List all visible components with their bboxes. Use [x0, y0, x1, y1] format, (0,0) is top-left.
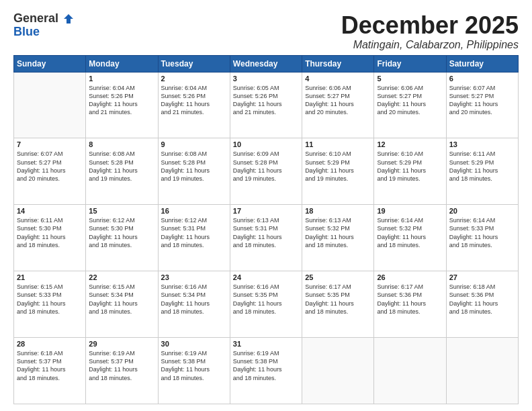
calendar-day-cell: 6Sunrise: 6:07 AMSunset: 5:27 PMDaylight…	[446, 72, 518, 138]
day-info: Sunrise: 6:04 AMSunset: 5:26 PMDaylight:…	[161, 84, 227, 117]
day-info: Sunrise: 6:08 AMSunset: 5:28 PMDaylight:…	[89, 150, 154, 183]
day-number: 1	[89, 75, 154, 83]
day-info: Sunrise: 6:19 AMSunset: 5:37 PMDaylight:…	[89, 349, 154, 382]
day-number: 31	[233, 340, 299, 348]
day-number: 23	[161, 273, 227, 281]
day-number: 19	[377, 207, 443, 215]
calendar-day-cell: 19Sunrise: 6:14 AMSunset: 5:32 PMDayligh…	[374, 205, 446, 271]
calendar-day-cell: 2Sunrise: 6:04 AMSunset: 5:26 PMDaylight…	[158, 72, 230, 138]
calendar-week-row: 28Sunrise: 6:18 AMSunset: 5:37 PMDayligh…	[14, 338, 519, 404]
day-info: Sunrise: 6:07 AMSunset: 5:27 PMDaylight:…	[449, 84, 515, 117]
calendar-week-row: 7Sunrise: 6:07 AMSunset: 5:27 PMDaylight…	[14, 138, 519, 205]
calendar-day-cell	[14, 72, 86, 138]
calendar-day-cell	[302, 338, 374, 404]
calendar-day-cell: 9Sunrise: 6:08 AMSunset: 5:28 PMDaylight…	[158, 138, 230, 205]
day-info: Sunrise: 6:07 AMSunset: 5:27 PMDaylight:…	[17, 150, 83, 183]
day-number: 8	[89, 140, 154, 148]
day-info: Sunrise: 6:13 AMSunset: 5:32 PMDaylight:…	[305, 216, 371, 249]
header-sunday: Sunday	[14, 55, 86, 72]
day-number: 12	[377, 140, 443, 148]
calendar-day-cell: 28Sunrise: 6:18 AMSunset: 5:37 PMDayligh…	[14, 338, 86, 404]
header: General Blue December 2025 Matingain, Ca…	[13, 12, 519, 51]
calendar-day-cell: 10Sunrise: 6:09 AMSunset: 5:28 PMDayligh…	[230, 138, 302, 205]
calendar-day-cell: 29Sunrise: 6:19 AMSunset: 5:37 PMDayligh…	[86, 338, 158, 404]
day-number: 6	[449, 75, 515, 83]
calendar-day-cell: 14Sunrise: 6:11 AMSunset: 5:30 PMDayligh…	[14, 205, 86, 271]
calendar-day-cell: 20Sunrise: 6:14 AMSunset: 5:33 PMDayligh…	[446, 205, 518, 271]
svg-marker-0	[64, 14, 73, 24]
calendar-day-cell: 30Sunrise: 6:19 AMSunset: 5:38 PMDayligh…	[158, 338, 230, 404]
day-info: Sunrise: 6:08 AMSunset: 5:28 PMDaylight:…	[161, 150, 227, 183]
day-info: Sunrise: 6:05 AMSunset: 5:26 PMDaylight:…	[233, 84, 299, 117]
calendar-day-cell: 5Sunrise: 6:06 AMSunset: 5:27 PMDaylight…	[374, 72, 446, 138]
calendar-day-cell: 18Sunrise: 6:13 AMSunset: 5:32 PMDayligh…	[302, 205, 374, 271]
logo-general: General	[13, 12, 75, 26]
calendar-day-cell: 3Sunrise: 6:05 AMSunset: 5:26 PMDaylight…	[230, 72, 302, 138]
day-number: 26	[377, 273, 443, 281]
header-friday: Friday	[374, 55, 446, 72]
day-info: Sunrise: 6:14 AMSunset: 5:33 PMDaylight:…	[449, 216, 515, 249]
calendar-day-cell: 31Sunrise: 6:19 AMSunset: 5:38 PMDayligh…	[230, 338, 302, 404]
header-monday: Monday	[86, 55, 158, 72]
day-number: 25	[305, 273, 371, 281]
day-number: 18	[305, 207, 371, 215]
day-number: 4	[305, 75, 371, 83]
calendar-day-cell: 13Sunrise: 6:11 AMSunset: 5:29 PMDayligh…	[446, 138, 518, 205]
calendar-week-row: 14Sunrise: 6:11 AMSunset: 5:30 PMDayligh…	[14, 205, 519, 271]
page: General Blue December 2025 Matingain, Ca…	[0, 0, 532, 411]
day-number: 16	[161, 207, 227, 215]
calendar-day-cell: 26Sunrise: 6:17 AMSunset: 5:36 PMDayligh…	[374, 271, 446, 338]
day-info: Sunrise: 6:19 AMSunset: 5:38 PMDaylight:…	[161, 349, 227, 382]
day-info: Sunrise: 6:14 AMSunset: 5:32 PMDaylight:…	[377, 216, 443, 249]
calendar-day-cell	[446, 338, 518, 404]
day-info: Sunrise: 6:16 AMSunset: 5:35 PMDaylight:…	[233, 283, 299, 316]
calendar-week-row: 1Sunrise: 6:04 AMSunset: 5:26 PMDaylight…	[14, 72, 519, 138]
calendar-day-cell: 23Sunrise: 6:16 AMSunset: 5:34 PMDayligh…	[158, 271, 230, 338]
title-block: December 2025 Matingain, Calabarzon, Phi…	[341, 12, 519, 51]
calendar-day-cell: 7Sunrise: 6:07 AMSunset: 5:27 PMDaylight…	[14, 138, 86, 205]
logo: General Blue	[13, 12, 75, 39]
day-number: 2	[161, 75, 227, 83]
day-number: 28	[17, 340, 83, 348]
calendar-day-cell: 16Sunrise: 6:12 AMSunset: 5:31 PMDayligh…	[158, 205, 230, 271]
day-info: Sunrise: 6:15 AMSunset: 5:33 PMDaylight:…	[17, 283, 83, 316]
day-info: Sunrise: 6:18 AMSunset: 5:37 PMDaylight:…	[17, 349, 83, 382]
calendar-day-cell: 27Sunrise: 6:18 AMSunset: 5:36 PMDayligh…	[446, 271, 518, 338]
day-number: 24	[233, 273, 299, 281]
day-number: 30	[161, 340, 227, 348]
day-info: Sunrise: 6:19 AMSunset: 5:38 PMDaylight:…	[233, 349, 299, 382]
day-number: 11	[305, 140, 371, 148]
day-number: 20	[449, 207, 515, 215]
calendar-day-cell: 4Sunrise: 6:06 AMSunset: 5:27 PMDaylight…	[302, 72, 374, 138]
day-number: 10	[233, 140, 299, 148]
day-info: Sunrise: 6:17 AMSunset: 5:36 PMDaylight:…	[377, 283, 443, 316]
day-info: Sunrise: 6:12 AMSunset: 5:30 PMDaylight:…	[89, 216, 154, 249]
day-info: Sunrise: 6:15 AMSunset: 5:34 PMDaylight:…	[89, 283, 154, 316]
day-number: 27	[449, 273, 515, 281]
calendar-day-cell: 25Sunrise: 6:17 AMSunset: 5:35 PMDayligh…	[302, 271, 374, 338]
day-info: Sunrise: 6:17 AMSunset: 5:35 PMDaylight:…	[305, 283, 371, 316]
day-number: 29	[89, 340, 154, 348]
day-number: 13	[449, 140, 515, 148]
day-number: 14	[17, 207, 83, 215]
day-info: Sunrise: 6:11 AMSunset: 5:29 PMDaylight:…	[449, 150, 515, 183]
calendar-week-row: 21Sunrise: 6:15 AMSunset: 5:33 PMDayligh…	[14, 271, 519, 338]
day-info: Sunrise: 6:09 AMSunset: 5:28 PMDaylight:…	[233, 150, 299, 183]
calendar-day-cell: 17Sunrise: 6:13 AMSunset: 5:31 PMDayligh…	[230, 205, 302, 271]
calendar-day-cell: 15Sunrise: 6:12 AMSunset: 5:30 PMDayligh…	[86, 205, 158, 271]
logo-icon	[62, 13, 75, 25]
day-number: 3	[233, 75, 299, 83]
day-info: Sunrise: 6:12 AMSunset: 5:31 PMDaylight:…	[161, 216, 227, 249]
location-title: Matingain, Calabarzon, Philippines	[341, 39, 519, 51]
day-number: 7	[17, 140, 83, 148]
calendar-day-cell: 1Sunrise: 6:04 AMSunset: 5:26 PMDaylight…	[86, 72, 158, 138]
day-number: 9	[161, 140, 227, 148]
month-title: December 2025	[341, 12, 519, 39]
calendar-day-cell: 11Sunrise: 6:10 AMSunset: 5:29 PMDayligh…	[302, 138, 374, 205]
header-wednesday: Wednesday	[230, 55, 302, 72]
day-info: Sunrise: 6:13 AMSunset: 5:31 PMDaylight:…	[233, 216, 299, 249]
calendar-day-cell	[374, 338, 446, 404]
day-info: Sunrise: 6:10 AMSunset: 5:29 PMDaylight:…	[305, 150, 371, 183]
day-info: Sunrise: 6:11 AMSunset: 5:30 PMDaylight:…	[17, 216, 83, 249]
day-number: 5	[377, 75, 443, 83]
